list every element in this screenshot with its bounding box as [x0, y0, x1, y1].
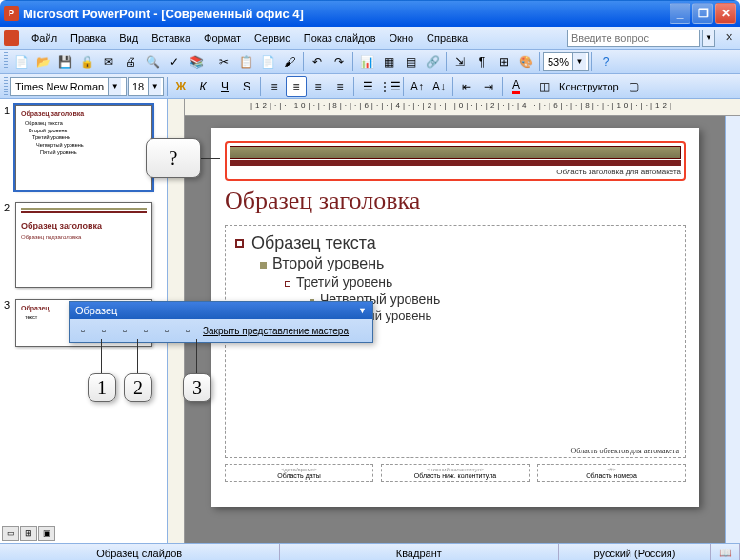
number-placeholder[interactable]: <#> Область номера — [537, 464, 686, 482]
numbering-button[interactable]: ☰ — [357, 76, 378, 97]
justify-button[interactable]: ≡ — [330, 76, 350, 97]
menu-window[interactable]: Окно — [383, 30, 421, 46]
menu-view[interactable]: Вид — [112, 30, 145, 46]
expand-button[interactable]: ⇲ — [450, 51, 470, 72]
new-slide-button[interactable]: ▢ — [624, 76, 645, 97]
undo-button[interactable]: ↶ — [307, 51, 328, 72]
hyperlink-button[interactable]: 🔗 — [422, 51, 443, 72]
align-right-button[interactable]: ≡ — [308, 76, 329, 97]
menu-slideshow[interactable]: Показ слайдов — [297, 30, 383, 46]
master-toolbar-header[interactable]: Образец ▼ — [70, 302, 372, 319]
size-combo[interactable]: 18▼ — [128, 77, 164, 96]
sorter-view-button[interactable]: ⊞ — [20, 526, 37, 541]
thumb-num: 2 — [4, 202, 15, 288]
menu-help[interactable]: Справка — [420, 30, 474, 46]
status-spell-icon[interactable]: 📖 — [711, 544, 740, 560]
horizontal-ruler[interactable]: |12|·|·|10|·|·|8|·|·|6|·|·|4|·|·|2|·|·|0… — [185, 99, 740, 116]
new-title-master-button[interactable]: ▫ — [94, 321, 113, 340]
master-layout-button[interactable]: ▫ — [178, 321, 197, 340]
help-dropdown[interactable]: ▼ — [702, 30, 715, 47]
footer-placeholder[interactable]: <нижний колонтитул> Область ниж. колонти… — [381, 464, 530, 482]
design-button[interactable]: ◫ — [533, 76, 554, 97]
formatting-toolbar: Times New Roman▼ 18▼ Ж К Ч S ≡ ≡ ≡ ≡ ☰ ⋮… — [0, 74, 740, 99]
toolbar-grip[interactable] — [4, 52, 8, 71]
master-toolbar-body: ▫ ▫ ▫ ▫ ▫ ▫ Закрыть представление мастер… — [70, 319, 372, 342]
decrease-indent-button[interactable]: ⇤ — [456, 76, 477, 97]
new-button[interactable]: 📄 — [10, 51, 31, 72]
date-placeholder[interactable]: <дата/время> Область даты — [225, 464, 373, 482]
bullets-button[interactable]: ⋮☰ — [379, 76, 400, 97]
permission-button[interactable]: 🔒 — [76, 51, 97, 72]
maximize-button[interactable]: ❐ — [692, 3, 713, 24]
chart-button[interactable]: 📊 — [356, 51, 377, 72]
cut-button[interactable]: ✂ — [213, 51, 234, 72]
print-button[interactable]: 🖨 — [120, 51, 141, 72]
format-painter-button[interactable]: 🖌 — [279, 51, 300, 72]
zoom-combo[interactable]: 53%▼ — [543, 52, 589, 71]
footer-placeholders: <дата/время> Область даты <нижний колонт… — [225, 464, 686, 482]
minimize-button[interactable]: _ — [670, 3, 690, 24]
doc-name: [Современный офис 4] — [161, 7, 304, 21]
underline-button[interactable]: Ч — [214, 76, 235, 97]
menu-file[interactable]: Файл — [25, 30, 64, 46]
close-master-view-button[interactable]: Закрыть представление мастера — [199, 326, 352, 336]
preserve-master-button[interactable]: ▫ — [136, 321, 155, 340]
close-button[interactable]: ✕ — [715, 3, 736, 24]
italic-button[interactable]: К — [192, 76, 213, 97]
master-toolbar[interactable]: Образец ▼ ▫ ▫ ▫ ▫ ▫ ▫ Закрыть представле… — [69, 301, 373, 343]
toolbar-options-icon[interactable]: ▼ — [358, 306, 367, 315]
callout-connector — [196, 339, 197, 373]
help-search: ▼ ✕ — [567, 30, 736, 47]
title-placeholder[interactable]: Область заголовка для автомакета — [225, 141, 686, 181]
research-button[interactable]: 📚 — [186, 51, 207, 72]
spelling-button[interactable]: ✓ — [164, 51, 185, 72]
increase-font-button[interactable]: A↑ — [407, 76, 428, 97]
bold-button[interactable]: Ж — [170, 76, 191, 97]
show-formatting-button[interactable]: ¶ — [471, 51, 492, 72]
font-color-button[interactable]: A — [506, 76, 527, 97]
color-button[interactable]: 🎨 — [515, 51, 536, 72]
delete-master-button[interactable]: ▫ — [115, 321, 134, 340]
font-combo[interactable]: Times New Roman▼ — [10, 77, 127, 96]
thumb-preview[interactable]: Образец заголовка Образец текста Второй … — [15, 105, 152, 190]
open-button[interactable]: 📂 — [32, 51, 53, 72]
vertical-scrollbar[interactable] — [725, 116, 740, 543]
align-center-button[interactable]: ≡ — [286, 76, 307, 97]
thumb-2[interactable]: 2 Образец заголовка Образец подзаголовка — [0, 196, 167, 293]
slide-title[interactable]: Образец заголовка — [225, 187, 686, 215]
status-language[interactable]: русский (Россия) — [559, 544, 711, 560]
doc-close-button[interactable]: ✕ — [721, 30, 736, 46]
separator — [530, 77, 530, 96]
new-slide-master-button[interactable]: ▫ — [73, 321, 92, 340]
constructor-label[interactable]: Конструктор — [555, 81, 623, 92]
help-button[interactable]: ? — [595, 51, 616, 72]
bullet-square-icon — [260, 262, 267, 269]
title-deco-bar — [230, 146, 681, 159]
grid-button[interactable]: ⊞ — [493, 51, 514, 72]
toolbar-grip[interactable] — [4, 77, 8, 96]
increase-indent-button[interactable]: ⇥ — [478, 76, 499, 97]
align-left-button[interactable]: ≡ — [264, 76, 285, 97]
normal-view-button[interactable]: ▭ — [2, 526, 19, 541]
slideshow-view-button[interactable]: ▣ — [38, 526, 55, 541]
menu-insert[interactable]: Вставка — [145, 30, 197, 46]
table-button[interactable]: ▦ — [378, 51, 399, 72]
thumb-preview[interactable]: Образец заголовка Образец подзаголовка — [15, 202, 152, 288]
menu-service[interactable]: Сервис — [248, 30, 297, 46]
tables-borders-button[interactable]: ▤ — [400, 51, 421, 72]
menu-edit[interactable]: Правка — [64, 30, 112, 46]
rename-master-button[interactable]: ▫ — [157, 321, 176, 340]
email-button[interactable]: ✉ — [98, 51, 119, 72]
redo-button[interactable]: ↷ — [329, 51, 350, 72]
preview-button[interactable]: 🔍 — [142, 51, 163, 72]
shadow-button[interactable]: S — [236, 76, 257, 97]
decrease-font-button[interactable]: A↓ — [429, 76, 450, 97]
help-input[interactable] — [567, 30, 700, 47]
save-button[interactable]: 💾 — [54, 51, 75, 72]
thumb-1[interactable]: 1 Образец заголовка Образец текста Второ… — [0, 99, 167, 196]
document-icon[interactable] — [4, 30, 19, 46]
menu-format[interactable]: Формат — [197, 30, 248, 46]
copy-button[interactable]: 📋 — [235, 51, 256, 72]
paste-button[interactable]: 📄 — [257, 51, 278, 72]
standard-toolbar: 📄 📂 💾 🔒 ✉ 🖨 🔍 ✓ 📚 ✂ 📋 📄 🖌 ↶ ↷ 📊 ▦ ▤ 🔗 ⇲ … — [0, 50, 740, 74]
